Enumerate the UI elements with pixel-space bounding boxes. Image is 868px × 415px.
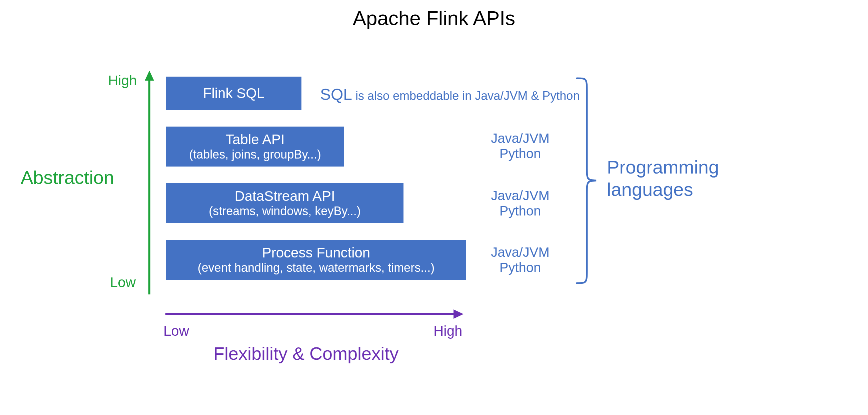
lang-note-line: Python [490,203,550,218]
api-box-subtitle: (tables, joins, groupBy...) [189,147,321,161]
lang-note-line: Python [490,146,550,161]
lang-note-line: Java/JVM [490,131,550,146]
lang-note-sql: SQL is also embeddable in Java/JVM & Pyt… [320,85,587,104]
curly-brace-icon [574,77,597,285]
api-box-title: Table API [225,132,284,147]
y-axis-title: Abstraction [21,167,114,188]
prog-lang-line: Programming [607,156,719,178]
lang-note-line: Java/JVM [490,244,550,260]
diagram-stage: Apache Flink APIs High Low Abstraction L… [0,0,868,415]
api-box-subtitle: (streams, windows, keyBy...) [209,204,361,218]
lang-note-line: Python [490,260,550,275]
y-axis-high-label: High [108,73,137,89]
x-axis-title: Flexibility & Complexity [213,343,399,364]
x-axis-arrowhead-icon [454,309,464,319]
prog-lang-line: languages [607,178,719,201]
api-box-process: Process Function (event handling, state,… [166,240,466,280]
y-axis-arrowhead-icon [145,71,154,80]
lang-note-datastream: Java/JVM Python [490,188,550,218]
programming-languages-label: Programming languages [607,156,719,201]
y-axis-line [148,79,150,295]
api-box-title: Process Function [262,245,370,261]
lang-note-process: Java/JVM Python [490,244,550,275]
lang-note-table: Java/JVM Python [490,131,550,161]
api-box-title: Flink SQL [203,85,265,101]
api-box-title: DataStream API [235,188,335,204]
api-box-subtitle: (event handling, state, watermarks, time… [198,261,434,274]
lang-note-sql-big: SQL [320,85,352,103]
api-box-sql: Flink SQL [166,77,302,110]
lang-note-line: Java/JVM [490,188,550,203]
api-box-datastream: DataStream API (streams, windows, keyBy.… [166,183,403,223]
x-axis-high-label: High [434,323,462,339]
lang-note-sql-small: is also embeddable in Java/JVM & Python [352,89,580,103]
api-box-table: Table API (tables, joins, groupBy...) [166,127,344,167]
x-axis-low-label: Low [163,323,189,339]
y-axis-low-label: Low [110,274,136,290]
x-axis-line [165,313,456,315]
diagram-title: Apache Flink APIs [0,7,868,30]
